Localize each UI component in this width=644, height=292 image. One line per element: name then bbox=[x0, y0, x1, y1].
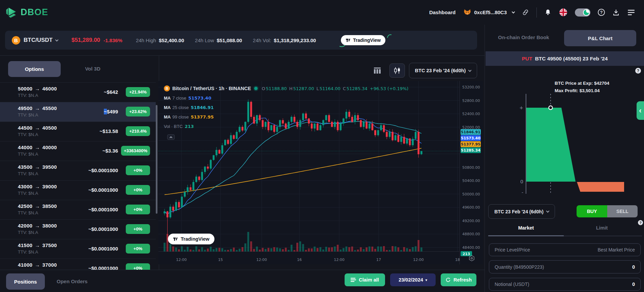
wallet-button[interactable]: 0xcEf5...80C3 bbox=[463, 8, 515, 17]
price-level-field[interactable]: Price Level/Price Best Market Price bbox=[489, 243, 641, 256]
price-chart[interactable]: 53200.0052800.0052400.0052000.0050800.00… bbox=[158, 81, 483, 264]
quantity-field[interactable]: Quantity (B49500P223) 0 bbox=[489, 260, 641, 273]
notional-field[interactable]: Notional (USDT) 0 bbox=[489, 278, 641, 291]
option-value: ~$0.0001000 bbox=[88, 187, 118, 193]
ohlc-open-key: O bbox=[262, 86, 265, 91]
buy-button[interactable]: BUY bbox=[577, 205, 607, 217]
svg-text:53200.00: 53200.00 bbox=[462, 85, 480, 89]
option-row[interactable]: 44000→40000TTV: $N.A~$3.36+3363400% bbox=[0, 141, 156, 161]
option-row[interactable]: 50000→46000TTV: $N.A~$642+21.94% bbox=[0, 82, 156, 102]
ohlc-open: 51188.80 bbox=[266, 86, 287, 91]
claim-list-icon bbox=[351, 277, 356, 282]
option-row[interactable]: 44500→40500TTV: $N.A~$13.58+210.4% bbox=[0, 122, 156, 141]
navbar: DBOE Dashboard 0xcEf5...80C3 bbox=[0, 0, 644, 25]
market-status-dot bbox=[254, 87, 258, 90]
option-row[interactable]: 49500→45500TTV: $N.A~$499+23.62% bbox=[0, 102, 156, 122]
low-value: $51,088.00 bbox=[217, 37, 242, 43]
caret-down-icon: ▾ bbox=[426, 278, 427, 282]
change-badge: +0% bbox=[126, 224, 150, 234]
ma99-label: 99 close bbox=[172, 114, 188, 120]
change-badge: +0% bbox=[126, 263, 150, 270]
refresh-icon bbox=[445, 277, 451, 283]
options-list: 50000→46000TTV: $N.A~$642+21.94%49500→45… bbox=[0, 82, 156, 270]
pair-selector[interactable]: BTC/USDT bbox=[24, 37, 53, 44]
svg-text:17: 17 bbox=[376, 258, 381, 262]
vol-value: $1,318,299,233.00 bbox=[274, 37, 316, 43]
ma-key: MA bbox=[164, 114, 171, 120]
menu-icon[interactable] bbox=[627, 9, 635, 16]
tab-pnl-chart[interactable]: P&L Chart bbox=[564, 30, 636, 46]
option-row[interactable]: 43000→39000TTV: $N.A~$0.0001000+0% bbox=[0, 180, 156, 200]
svg-text:18: 18 bbox=[455, 258, 460, 262]
ohlc-change: +96.53 (+0.19%) bbox=[370, 86, 409, 91]
date-dropdown[interactable]: 23/02/2024 ▾ bbox=[390, 273, 436, 286]
dboe-trading-app: DBOE Dashboard 0xcEf5...80C3 bbox=[0, 0, 644, 292]
tab-positions[interactable]: Positions bbox=[6, 273, 45, 290]
tab-vol3d[interactable]: Vol 3D bbox=[78, 66, 108, 72]
help-icon[interactable]: ? bbox=[638, 220, 643, 225]
help-icon[interactable]: ? bbox=[598, 9, 605, 16]
change-badge: +210.4% bbox=[126, 126, 150, 136]
bell-icon[interactable] bbox=[544, 8, 552, 16]
dark-mode-toggle[interactable] bbox=[575, 8, 590, 17]
uk-flag-icon[interactable] bbox=[559, 8, 567, 17]
refresh-button[interactable]: Refresh bbox=[441, 273, 476, 286]
option-value: ~$0.0001000 bbox=[88, 167, 118, 173]
change-badge: +0% bbox=[126, 165, 150, 175]
option-row[interactable]: 42500→38500TTV: $N.A~$0.0001000+0% bbox=[0, 200, 156, 219]
last-price: $51,289.00 bbox=[71, 37, 100, 44]
chart-panel: BTC 23 Feb '24 (6d0h) 53200.0052800.0052… bbox=[158, 56, 485, 270]
change-badge: +0% bbox=[126, 185, 150, 195]
tab-open-orders[interactable]: Open Orders bbox=[57, 278, 88, 284]
nav-dashboard[interactable]: Dashboard bbox=[429, 9, 456, 15]
help-icon[interactable]: ? bbox=[635, 68, 641, 74]
chart-title: Bitcoin / TetherUS · 1h · BINANCE bbox=[172, 86, 251, 91]
expiry-dropdown[interactable]: BTC 23 Feb '24 (6d0h) bbox=[488, 204, 555, 219]
arrow-right-icon: → bbox=[35, 184, 40, 189]
options-scrollbar[interactable] bbox=[156, 105, 157, 214]
svg-text:52800.00: 52800.00 bbox=[462, 99, 480, 103]
svg-text:52000.00: 52000.00 bbox=[462, 125, 480, 130]
arrow-right-icon: → bbox=[35, 86, 40, 91]
tab-market[interactable]: Market bbox=[506, 225, 546, 231]
option-row[interactable]: 41500→37500TTV: $N.A~$0.0001000+0% bbox=[0, 239, 156, 259]
tradingview-watermark[interactable]: TradingView bbox=[168, 234, 214, 244]
option-row[interactable]: 43500→39500TTV: $N.A~$0.0001000+0% bbox=[0, 161, 156, 180]
nav-divider bbox=[536, 7, 537, 18]
vol-label: 24h Vol: bbox=[253, 37, 271, 43]
option-row[interactable]: 42000→38000TTV: $N.A~$0.0001000+0% bbox=[0, 219, 156, 239]
collapse-panel-button[interactable]: ‹ bbox=[637, 101, 644, 120]
claim-all-button[interactable]: Claim all bbox=[345, 273, 385, 286]
svg-text:15: 15 bbox=[218, 258, 223, 262]
columns-view-icon[interactable] bbox=[373, 67, 382, 75]
change-badge: +21.94% bbox=[126, 87, 150, 97]
panel-divider bbox=[485, 25, 485, 292]
option-value: ~$0.0001000 bbox=[88, 246, 118, 251]
chevron-down-icon[interactable] bbox=[55, 38, 59, 42]
arrow-right-icon: → bbox=[35, 125, 40, 131]
brand-logo[interactable]: DBOE bbox=[5, 6, 48, 19]
svg-text:49600.00: 49600.00 bbox=[462, 205, 480, 210]
tradingview-badge[interactable]: TradingView bbox=[341, 35, 385, 45]
tab-options[interactable]: Options bbox=[8, 61, 61, 77]
wallet-address: 0xcEf5...80C3 bbox=[474, 9, 507, 15]
svg-text:49200.00: 49200.00 bbox=[462, 219, 480, 223]
tab-orderbook[interactable]: On-chain Order Book bbox=[498, 34, 549, 40]
option-row[interactable]: 41000→37000TTV: $N.A~$0.0001000+0% bbox=[0, 259, 156, 270]
tab-limit[interactable]: Limit bbox=[582, 225, 622, 231]
download-icon[interactable] bbox=[612, 9, 620, 16]
chart-symbol-dropdown[interactable]: BTC 23 Feb '24 (6d0h) bbox=[409, 63, 477, 78]
option-value: ~$0.0001000 bbox=[88, 207, 118, 212]
link-icon[interactable] bbox=[522, 9, 529, 16]
chevron-down-icon bbox=[468, 69, 472, 72]
ohlc-close-key: C bbox=[343, 86, 346, 91]
sell-button[interactable]: SELL bbox=[607, 205, 638, 217]
navbar-right: Dashboard 0xcEf5...80C3 bbox=[429, 7, 635, 18]
svg-text:50000.00: 50000.00 bbox=[462, 192, 480, 196]
legend-collapse-button[interactable] bbox=[167, 134, 175, 140]
tradingview-logo-icon bbox=[173, 237, 178, 242]
change-badge: +0% bbox=[126, 205, 150, 214]
candle-view-button[interactable] bbox=[389, 63, 405, 78]
pnl-chart[interactable]: +0- bbox=[486, 92, 644, 196]
field-value: 0 bbox=[632, 264, 635, 270]
